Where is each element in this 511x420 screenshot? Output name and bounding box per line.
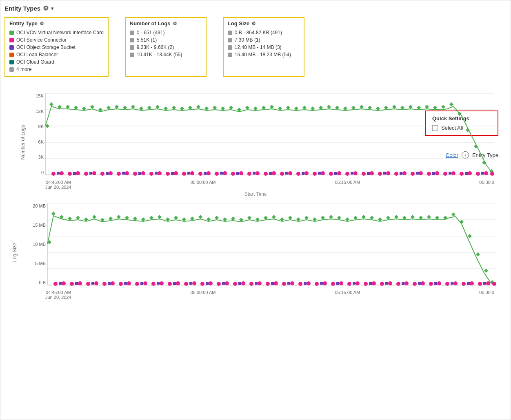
svg-marker-54 [417,106,421,110]
svg-point-222 [151,282,156,286]
svg-rect-265 [59,282,62,285]
svg-point-85 [223,171,227,175]
list-item: 9.23K - 9.66K (2) [130,44,202,50]
svg-point-79 [174,171,178,175]
entity-type-legend-title: Entity Type ⚙ [9,20,104,27]
color-swatch [228,53,232,57]
list-item: 5.51K (1) [130,37,202,43]
svg-marker-43 [327,105,331,109]
svg-marker-22 [156,105,160,109]
svg-point-99 [337,171,341,175]
svg-point-259 [453,281,458,285]
chevron-down-icon[interactable]: ▾ [51,6,53,11]
entity-type-gear-icon[interactable]: ⚙ [40,21,44,27]
svg-marker-16 [107,106,111,110]
number-of-logs-chart: Number of Logs 15K 12K 9K 6K 3K 0 [4,89,507,195]
svg-point-239 [290,281,294,285]
svg-point-113 [451,171,455,175]
svg-marker-173 [198,215,202,219]
svg-rect-132 [269,172,272,175]
svg-rect-269 [124,282,127,285]
svg-point-213 [78,281,82,285]
svg-marker-201 [427,215,431,219]
list-item: 0 B - 864.82 KB (491) [228,30,300,35]
svg-point-264 [492,282,496,286]
gear-icon[interactable]: ⚙ [43,4,49,12]
svg-point-251 [388,281,392,285]
svg-point-232 [233,282,237,286]
number-of-logs-gear-icon[interactable]: ⚙ [173,21,177,27]
svg-point-77 [158,171,162,175]
log-size-chart: Log Size 20 MB 15 MB 10 MB 5 MB 0 B [4,199,507,305]
color-swatch [130,53,134,57]
svg-marker-58 [449,102,453,106]
svg-marker-196 [386,216,390,220]
svg-point-103 [370,171,374,175]
svg-point-237 [274,281,278,285]
svg-rect-134 [302,172,304,175]
list-item: 16.40 MB - 18.23 MB (54) [228,52,300,57]
svg-marker-40 [302,106,307,110]
svg-point-254 [413,282,417,286]
svg-point-215 [94,281,98,285]
svg-point-107 [402,171,407,175]
svg-marker-33 [245,106,249,110]
list-item: OCI VCN Virtual Network Interface Card [9,30,104,35]
svg-rect-140 [400,172,402,175]
svg-marker-57 [441,105,445,109]
svg-rect-276 [238,282,241,285]
svg-point-241 [307,281,311,285]
color-swatch-purple [9,45,14,50]
svg-marker-55 [425,105,429,109]
svg-rect-121 [89,172,92,175]
svg-marker-12 [74,106,78,110]
svg-marker-52 [400,106,404,110]
svg-rect-139 [383,172,386,175]
svg-point-100 [345,172,349,176]
svg-point-110 [427,172,431,176]
svg-point-235 [258,281,262,285]
svg-point-255 [421,281,425,285]
svg-marker-170 [174,216,178,220]
list-item: OCI Object Storage Bucket [9,44,104,50]
svg-rect-120 [73,172,76,175]
y-labels-logs: 15K 12K 9K 6K 3K 0 [27,93,45,175]
svg-marker-206 [468,234,472,238]
svg-marker-46 [351,106,355,110]
svg-point-95 [304,171,309,175]
svg-rect-126 [171,172,174,175]
svg-marker-179 [247,216,251,220]
svg-rect-280 [304,282,307,285]
svg-marker-184 [288,216,292,220]
svg-rect-123 [122,172,125,175]
svg-marker-35 [262,106,266,110]
svg-point-214 [86,282,90,286]
svg-point-257 [437,281,441,285]
svg-marker-27 [196,105,200,109]
log-size-gear-icon[interactable]: ⚙ [251,21,256,27]
list-item: OCI Load Balancer [9,52,104,57]
svg-point-67 [76,171,80,175]
svg-rect-270 [140,282,143,285]
svg-marker-197 [394,215,398,219]
svg-marker-47 [360,105,364,109]
svg-point-76 [149,172,153,176]
color-swatch-green [9,31,14,35]
svg-point-94 [296,172,300,176]
svg-rect-131 [253,172,256,175]
svg-point-233 [241,281,245,285]
svg-marker-175 [215,216,219,220]
svg-marker-53 [409,105,413,109]
svg-rect-125 [155,172,158,175]
color-swatch-gray [9,67,14,72]
svg-marker-50 [384,106,388,110]
svg-point-234 [249,282,253,286]
entity-type-legend: Entity Type ⚙ OCI VCN Virtual Network In… [4,17,109,77]
svg-rect-285 [385,282,388,285]
svg-point-71 [109,171,113,175]
svg-point-261 [470,281,474,285]
svg-rect-282 [336,282,339,285]
svg-rect-275 [222,282,225,285]
svg-marker-38 [286,106,290,110]
svg-point-118 [490,172,494,176]
